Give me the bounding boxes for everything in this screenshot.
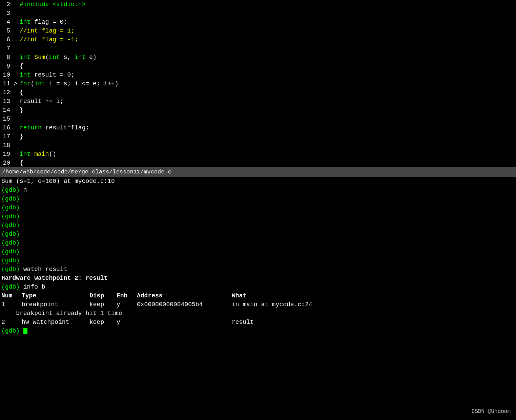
line-content: result += i; bbox=[20, 97, 516, 106]
code-token: for bbox=[20, 80, 30, 87]
table-header-num: Num bbox=[1, 291, 22, 300]
code-token: s, bbox=[60, 54, 75, 61]
code-token: int bbox=[20, 151, 30, 158]
line-content: { bbox=[20, 62, 516, 70]
table-header-disp: Disp bbox=[89, 291, 117, 300]
terminal-command: watch result bbox=[23, 266, 67, 273]
line-number: 7 bbox=[1, 44, 14, 53]
table-cell-disp: keep bbox=[89, 300, 117, 309]
terminal-line: (gdb) bbox=[1, 238, 516, 247]
line-content: int main() bbox=[20, 150, 516, 159]
code-token bbox=[49, 1, 53, 8]
line-content: for(int i = s; i <= e; i++) bbox=[20, 79, 516, 88]
terminal-line: (gdb) n bbox=[1, 186, 516, 194]
code-token bbox=[30, 151, 34, 158]
table-header-what: What bbox=[232, 291, 300, 300]
line-number: 6 bbox=[1, 35, 14, 44]
terminal-line: (gdb) info b bbox=[1, 282, 516, 291]
watermark: CSDN @Undoom bbox=[472, 408, 511, 415]
code-line: 6//int flag = -1; bbox=[0, 35, 516, 44]
code-token: result = 0; bbox=[30, 71, 75, 78]
code-token: int bbox=[20, 54, 30, 61]
code-token: //int flag = 1; bbox=[20, 27, 75, 34]
code-line: 17} bbox=[0, 132, 516, 141]
code-token: } bbox=[20, 107, 23, 113]
terminal-line: 2 hw watchpoint keep y result bbox=[1, 318, 516, 327]
table-header-enb: Enb bbox=[117, 291, 137, 300]
code-line: 7 bbox=[0, 44, 516, 53]
line-number: 20 bbox=[1, 159, 14, 167]
line-number: 16 bbox=[1, 123, 14, 132]
code-token: int bbox=[49, 54, 60, 61]
code-token: { bbox=[20, 160, 23, 166]
code-token: Sum bbox=[34, 54, 45, 61]
line-number: 14 bbox=[1, 106, 14, 114]
code-token bbox=[30, 54, 34, 61]
terminal-prompt: (gdb) bbox=[1, 328, 23, 334]
table-cell-disp: keep bbox=[89, 318, 117, 327]
code-token: flag = 0; bbox=[30, 19, 67, 25]
line-number: 5 bbox=[1, 26, 14, 35]
table-cell-addr: 0x00000000004005b4 bbox=[137, 300, 232, 309]
line-content: { bbox=[20, 88, 516, 97]
code-token: //int flag = -1; bbox=[20, 36, 78, 43]
terminal-line: (gdb) watch result bbox=[1, 265, 516, 274]
table-cell-what: result bbox=[232, 318, 300, 327]
terminal-prompt: (gdb) bbox=[1, 257, 23, 264]
terminal-prompt: (gdb) bbox=[1, 213, 23, 220]
line-number: 9 bbox=[1, 62, 14, 70]
line-content: #include <stdio.h> bbox=[20, 0, 516, 9]
table-cell-num: 2 bbox=[1, 318, 22, 327]
code-line: 12 { bbox=[0, 88, 516, 97]
table-cell-enb: y bbox=[117, 300, 137, 309]
terminal-line: (gdb) bbox=[1, 230, 516, 238]
line-content: int flag = 0; bbox=[20, 18, 516, 26]
terminal-prompt: (gdb) bbox=[1, 231, 23, 237]
code-line: 8int Sum(int s, int e) bbox=[0, 53, 516, 62]
code-token: result += i; bbox=[20, 98, 64, 105]
table-cell-enb: y bbox=[117, 318, 137, 327]
terminal-output: Sum (s=1, e=100) at mycode.c:10 bbox=[1, 178, 115, 185]
code-line: 13 result += i; bbox=[0, 97, 516, 106]
code-token: i = s; i <= e; i++) bbox=[45, 80, 119, 87]
line-content: return result*flag; bbox=[20, 123, 516, 132]
line-number: 12 bbox=[1, 88, 14, 97]
line-number: 11 bbox=[1, 79, 14, 88]
table-cell-type: hw watchpoint bbox=[22, 318, 89, 327]
code-line: 20{ bbox=[0, 159, 516, 167]
code-line: 4int flag = 0; bbox=[0, 18, 516, 26]
code-line: 14 } bbox=[0, 106, 516, 114]
code-line: 2#include <stdio.h> bbox=[0, 0, 516, 9]
code-line: 15 bbox=[0, 114, 516, 123]
code-token: <stdio.h> bbox=[53, 1, 85, 8]
code-line: 19int main() bbox=[0, 150, 516, 159]
terminal-prompt: (gdb) bbox=[1, 222, 23, 229]
line-arrow: > bbox=[14, 79, 20, 88]
table-cell-type: breakpoint bbox=[22, 300, 89, 309]
line-number: 3 bbox=[1, 9, 14, 18]
terminal-prompt: (gdb) bbox=[1, 266, 23, 273]
terminal-prompt: (gdb) bbox=[1, 239, 23, 246]
code-line: 9{ bbox=[0, 62, 516, 70]
table-subrow: breakpoint already hit 1 time bbox=[1, 310, 122, 317]
code-line: 18 bbox=[0, 141, 516, 150]
terminal-line: Sum (s=1, e=100) at mycode.c:10 bbox=[1, 177, 516, 186]
terminal-prompt: (gdb) bbox=[1, 204, 23, 211]
terminal-line: (gdb) bbox=[1, 327, 516, 335]
code-line: 5//int flag = 1; bbox=[0, 26, 516, 35]
code-token: () bbox=[49, 151, 56, 158]
line-content: int result = 0; bbox=[20, 70, 516, 79]
terminal-line: (gdb) bbox=[1, 203, 516, 212]
file-path-bar: /home/whb/code/code/merge_class/lesson11… bbox=[0, 167, 516, 177]
terminal-line: Hardware watchpoint 2: result bbox=[1, 274, 516, 282]
line-number: 19 bbox=[1, 150, 14, 159]
table-cell-what: in main at mycode.c:24 bbox=[232, 300, 312, 309]
terminal-line: (gdb) bbox=[1, 247, 516, 256]
code-token: } bbox=[20, 133, 23, 140]
terminal-line: Num Type Disp Enb Address What bbox=[1, 291, 516, 300]
code-token: int bbox=[20, 19, 30, 25]
terminal-line: (gdb) bbox=[1, 221, 516, 230]
line-number: 17 bbox=[1, 132, 14, 141]
line-content: { bbox=[20, 159, 516, 167]
line-content: int Sum(int s, int e) bbox=[20, 53, 516, 62]
